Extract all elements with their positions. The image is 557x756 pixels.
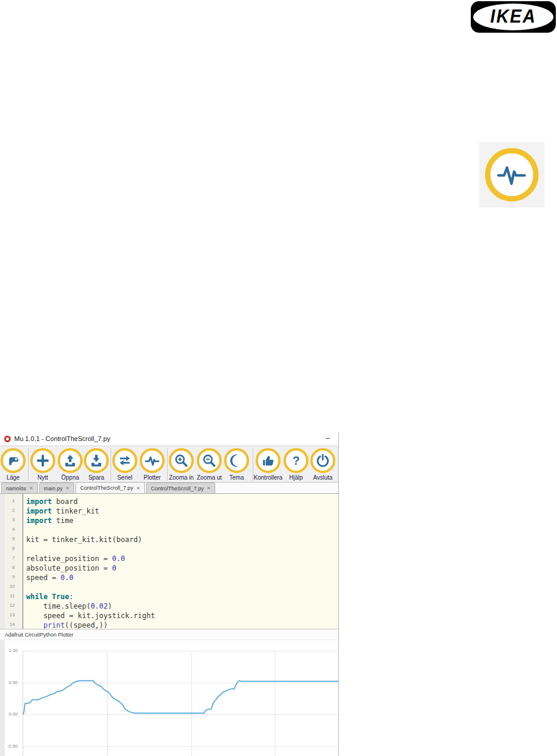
seriel-button[interactable]: Seriel	[109, 448, 140, 481]
line-number: 10	[5, 582, 23, 591]
quit-icon	[310, 448, 335, 473]
line-number: 4	[5, 525, 23, 534]
code-line[interactable]: import time	[26, 515, 338, 525]
serial-icon	[112, 448, 137, 473]
load-icon	[58, 448, 83, 473]
code-line[interactable]: print((speed,))	[26, 620, 338, 629]
ikea-logo-ellipse: IKEA	[473, 4, 553, 30]
check-icon	[256, 448, 281, 473]
toolbar-button-label: Läge	[7, 474, 20, 481]
plotter-pane-title: Adafruit CircuitPython Plotter	[5, 632, 74, 638]
code-text: speed = 0.0	[26, 574, 73, 582]
tab-label: ControlTheScroll_7.py	[151, 486, 204, 492]
code-line[interactable]: relative_position = 0.0	[26, 553, 338, 563]
code-line[interactable]	[26, 525, 338, 534]
y-axis-tick-label: 1.00	[1, 648, 18, 653]
save-icon	[84, 448, 109, 473]
tab-label: namnlös	[6, 486, 26, 492]
tab-label: ControlTheScroll_7.py	[80, 485, 133, 491]
speed-series-line	[23, 681, 338, 714]
plotter-pulse-ring	[485, 148, 539, 201]
line-number: 1	[5, 496, 23, 506]
mu-app-icon	[4, 436, 11, 442]
page: IKEA Mu 1.0.1 - ControlTheScroll_7.py – …	[0, 0, 557, 756]
mode-icon	[1, 448, 26, 473]
mu-editor-window: Mu 1.0.1 - ControlTheScroll_7.py – LägeN…	[0, 433, 339, 756]
tab-ControlTheScroll_7.py[interactable]: ControlTheScroll_7.py✕	[75, 482, 145, 493]
code-line[interactable]: speed = 0.0	[26, 572, 338, 582]
plotter-pulse-icon	[479, 142, 545, 207]
ikea-logo-text: IKEA	[490, 7, 536, 27]
code-text: import time	[26, 516, 73, 525]
code-text: print((speed,))	[26, 621, 108, 629]
tab-ControlTheScroll_7.py[interactable]: ControlTheScroll_7.py✕	[146, 483, 216, 493]
code-line[interactable]: speed = kit.joystick.right	[26, 610, 338, 620]
tab-close-icon[interactable]: ✕	[65, 486, 70, 491]
tab-main.py[interactable]: main.py✕	[39, 483, 74, 493]
tab-label: main.py	[44, 486, 63, 492]
zoom-in-icon	[169, 448, 194, 473]
window-edge-strip	[0, 640, 5, 756]
y-axis-tick-label: 0.00	[1, 711, 18, 717]
plotter-icon	[140, 448, 165, 473]
code-line[interactable]	[26, 544, 338, 553]
toolbar-button-label: Kontrollera	[254, 474, 282, 481]
title-bar[interactable]: Mu 1.0.1 - ControlTheScroll_7.py –	[0, 433, 338, 446]
code-line[interactable]: time.sleep(0.02)	[26, 601, 338, 610]
toolbar-button-label: Hjälp	[289, 474, 303, 481]
line-number: 12	[5, 601, 23, 610]
toolbar: LägeNyttÖppnaSparaSerielPlotterZooma inZ…	[0, 446, 338, 483]
tab-bar: namnlös✕main.py✕ControlTheScroll_7.py✕Co…	[0, 483, 338, 494]
toolbar-button-label: Zooma ut	[197, 474, 222, 481]
toolbar-button-label: Avsluta	[313, 474, 333, 481]
code-text: kit = tinker_kit.kit(board)	[26, 536, 142, 544]
tema-button[interactable]: Tema	[221, 448, 252, 481]
code-text-area[interactable]: import boardimport tinker_kitimport time…	[23, 494, 338, 629]
zooma-in-button[interactable]: Zooma in	[166, 448, 197, 481]
tab-close-icon[interactable]: ✕	[29, 486, 33, 491]
code-line[interactable]: import board	[26, 496, 338, 506]
line-number: 2	[5, 506, 23, 515]
plotter-button[interactable]: Plotter	[137, 448, 168, 481]
zoom-out-icon	[197, 448, 222, 473]
avsluta-button[interactable]: Avsluta	[307, 448, 338, 481]
code-line[interactable]: while True:	[26, 591, 338, 601]
zooma-ut-button[interactable]: Zooma ut	[194, 448, 225, 481]
help-icon: ?	[284, 448, 309, 473]
spara-button[interactable]: Spara	[81, 448, 112, 481]
toolbar-button-label: Spara	[89, 474, 105, 481]
lage-button[interactable]: Läge	[0, 448, 29, 481]
code-line[interactable]: import tinker_kit	[26, 506, 338, 515]
y-axis-tick-label: -0.50	[1, 744, 18, 749]
line-number: 7	[5, 553, 23, 563]
line-number: 8	[5, 563, 23, 572]
theme-icon	[224, 448, 249, 473]
plotter-line-chart	[23, 651, 338, 756]
window-edge-strip	[0, 494, 5, 629]
code-line[interactable]: absolute_position = 0	[26, 563, 338, 572]
code-text: absolute_position = 0	[26, 564, 117, 572]
ikea-logo: IKEA	[471, 1, 556, 33]
code-line[interactable]: kit = tinker_kit.kit(board)	[26, 534, 338, 544]
toolbar-button-label: Öppna	[61, 474, 79, 481]
toolbar-button-label: Seriel	[117, 474, 133, 481]
nytt-button[interactable]: Nytt	[27, 448, 58, 481]
code-text: speed = kit.joystick.right	[26, 612, 155, 620]
toolbar-button-label: Nytt	[37, 474, 48, 481]
y-axis-tick-label: 0.50	[1, 680, 18, 685]
line-number: 9	[5, 572, 23, 582]
tab-namnlös[interactable]: namnlös✕	[1, 483, 38, 493]
line-number-gutter: 1234567891011121314	[5, 494, 23, 629]
minimize-button[interactable]: –	[326, 433, 330, 442]
code-text: import board	[26, 497, 78, 506]
code-editor[interactable]: 1234567891011121314 import boardimport t…	[0, 494, 338, 629]
code-text: import tinker_kit	[26, 507, 99, 515]
line-number: 6	[5, 544, 23, 553]
toolbar-button-label: Tema	[229, 474, 244, 481]
tab-close-icon[interactable]: ✕	[136, 486, 140, 491]
code-text: relative_position = 0.0	[26, 555, 125, 563]
code-text: while True:	[26, 593, 74, 601]
code-line[interactable]	[26, 582, 338, 591]
kontrollera-button[interactable]: Kontrollera	[253, 448, 284, 481]
tab-close-icon[interactable]: ✕	[207, 486, 211, 491]
